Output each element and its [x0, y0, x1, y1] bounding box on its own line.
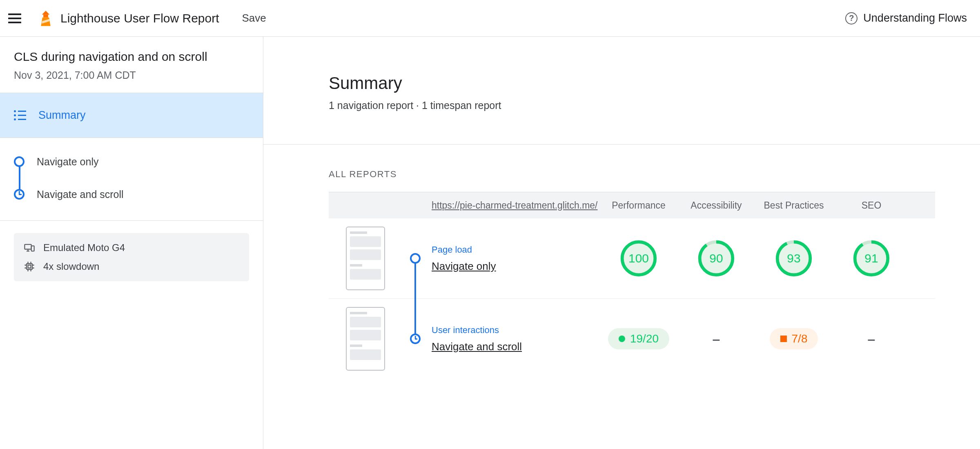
score-value: 100: [619, 239, 658, 278]
score-gauge[interactable]: 100: [619, 239, 658, 278]
page-title: Summary: [329, 73, 980, 93]
svg-rect-7: [28, 265, 31, 268]
row-name-link[interactable]: Navigate and scroll: [432, 340, 600, 353]
cpu-icon: [24, 261, 35, 272]
env-device-label: Emulated Moto G4: [43, 242, 125, 253]
clock-marker-icon: [410, 333, 421, 344]
report-row: User interactions Navigate and scroll 19…: [329, 298, 935, 379]
help-icon: ?: [845, 12, 858, 24]
circle-marker-icon: [410, 253, 421, 264]
reports-table-header: https://pie-charmed-treatment.glitch.me/…: [329, 192, 935, 218]
sidebar-item-summary[interactable]: Summary: [0, 93, 263, 138]
step-label: Navigate only: [37, 156, 98, 168]
svg-rect-4: [24, 245, 31, 249]
row-kind-label: Page load: [432, 245, 600, 255]
score-gauge[interactable]: 91: [852, 239, 891, 278]
report-row: Page load Navigate only 100 90 93: [329, 218, 935, 298]
top-bar: Lighthouse User Flow Report Save ? Under…: [0, 0, 980, 37]
score-gauge[interactable]: 93: [774, 239, 813, 278]
sidebar-steps: Navigate only Navigate and scroll: [0, 138, 263, 221]
lighthouse-logo-icon: [40, 11, 51, 26]
circle-marker-icon: [14, 156, 24, 167]
step-label: Navigate and scroll: [37, 189, 124, 200]
app-title: Lighthouse User Flow Report: [60, 11, 219, 25]
section-label: ALL REPORTS: [329, 169, 935, 180]
svg-rect-1: [43, 14, 48, 17]
devices-icon: [24, 242, 35, 253]
row-name-link[interactable]: Navigate only: [432, 260, 600, 273]
flow-date: Nov 3, 2021, 7:00 AM CDT: [14, 69, 249, 81]
sidebar-item-label: Summary: [38, 109, 86, 122]
understanding-flows-link[interactable]: ? Understanding Flows: [845, 12, 967, 24]
svg-marker-0: [42, 11, 50, 14]
list-icon: [14, 111, 26, 120]
save-button[interactable]: Save: [242, 12, 266, 24]
sidebar: CLS during navigation and on scroll Nov …: [0, 37, 263, 449]
report-url-link[interactable]: https://pie-charmed-treatment.glitch.me/: [428, 200, 600, 211]
env-throttle: 4x slowdown: [24, 261, 239, 272]
dash-placeholder: –: [833, 331, 910, 347]
col-performance: Performance: [600, 200, 677, 211]
sidebar-step-navigate-and-scroll[interactable]: Navigate and scroll: [14, 183, 249, 206]
hero: Summary 1 navigation report · 1 timespan…: [263, 37, 980, 144]
row-kind-label: User interactions: [432, 325, 600, 336]
svg-rect-6: [27, 264, 32, 269]
score-value: 93: [774, 239, 813, 278]
svg-rect-5: [31, 246, 34, 251]
clock-marker-icon: [14, 189, 24, 200]
pill-text: 7/8: [792, 332, 808, 345]
dash-placeholder: –: [677, 331, 755, 347]
hero-subtitle: 1 navigation report · 1 timespan report: [329, 100, 980, 111]
hamburger-icon[interactable]: [8, 11, 23, 26]
col-seo: SEO: [833, 200, 910, 211]
col-accessibility: Accessibility: [677, 200, 755, 211]
main-content: Summary 1 navigation report · 1 timespan…: [263, 37, 980, 449]
flow-header: CLS during navigation and on scroll Nov …: [0, 37, 263, 93]
screenshot-thumbnail[interactable]: [346, 227, 385, 290]
all-reports-section: ALL REPORTS https://pie-charmed-treatmen…: [263, 144, 980, 379]
help-label: Understanding Flows: [863, 12, 967, 24]
env-device: Emulated Moto G4: [24, 242, 239, 253]
score-value: 91: [852, 239, 891, 278]
flow-title: CLS during navigation and on scroll: [14, 50, 249, 64]
env-throttle-label: 4x slowdown: [43, 261, 99, 272]
score-value: 90: [697, 239, 736, 278]
score-pill[interactable]: 19/20: [608, 328, 669, 349]
score-gauge[interactable]: 90: [697, 239, 736, 278]
col-best-practices: Best Practices: [755, 200, 833, 211]
score-pill[interactable]: 7/8: [770, 328, 818, 349]
pill-text: 19/20: [630, 332, 659, 345]
sidebar-step-navigate-only[interactable]: Navigate only: [14, 150, 249, 173]
environment-box: Emulated Moto G4 4x slowdown: [14, 233, 249, 281]
row-connector: [414, 258, 416, 336]
screenshot-thumbnail[interactable]: [346, 307, 385, 371]
square-icon: [780, 336, 787, 342]
dot-icon: [619, 336, 625, 342]
